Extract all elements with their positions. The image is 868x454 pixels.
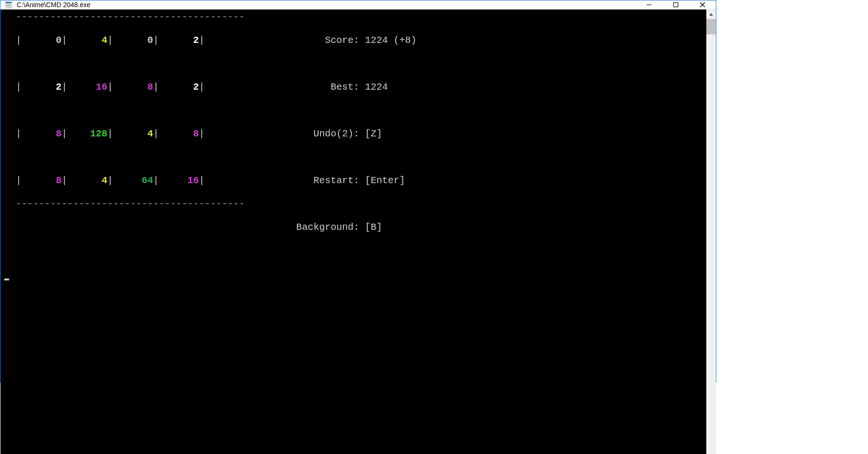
tile-1-2: 8 [113,82,153,93]
tile-2-1: 128 [67,128,107,140]
scrollbar[interactable] [706,10,716,454]
svg-rect-2 [6,4,11,8]
ascii-art-line: .q: k. .i: [428,105,706,116]
ascii-art-line: Fi ii7v8Z12807 EPY7J0@ [428,222,706,233]
tile-2-0: 8 [21,128,62,140]
app-icon [4,0,13,9]
ascii-art-line: 5: iYXuLrrruF0SSu1JUjuLuSqX [428,315,706,326]
tile-0-3: 2 [159,35,199,47]
background-label: Background: [256,222,359,233]
tile-2-2: 4 [113,128,153,140]
ascii-art-line: .u jj7LF. [428,385,706,396]
window-controls [636,0,716,9]
app-window: C:\Anime\CMD 2048.exe ------------------… [0,0,716,382]
tile-0-2: 0 [113,35,153,47]
client-area: ----------------------------------------… [0,10,716,454]
ascii-art-line: N: 21@B@q@. FM20@B@B :@ [428,198,706,209]
close-button[interactable] [689,0,716,9]
ascii-art-line: O :rL7vrr;i::,ivr:@ [428,362,706,373]
svg-marker-7 [709,13,713,16]
console-output[interactable]: ----------------------------------------… [0,10,706,454]
ascii-art-line: ru ui iZ1 U8 :u:v [428,245,706,256]
scroll-thumb[interactable] [706,19,716,34]
ascii-art-line: G. U@Z7:. ,vPB1LS :MMkuPM@. [428,152,706,163]
titlebar[interactable]: C:\Anime\CMD 2048.exe [0,0,716,10]
ascii-art-line: iu .B7uF1uvrJ: .YF7 [428,292,706,303]
ascii-art-line: i7 .:.rZ :r: [428,409,706,420]
tile-1-3: 2 [159,82,199,93]
tile-0-0: 0 [21,35,62,47]
restart-value: [Enter] [365,175,405,186]
titlebar-left: C:\Anime\CMD 2048.exe [0,0,91,9]
ascii-art-line: i7 :B,B0M:XBBk.:u7 [428,432,706,443]
scroll-up-button[interactable] [706,10,716,19]
tile-3-2: 64 [113,175,153,187]
window-title: C:\Anime\CMD 2048.exe [17,1,91,9]
tile-3-0: 8 [21,175,62,187]
score-label: Score: [256,35,359,46]
ascii-art-line: ,5i. .Y5i. :Ji [428,35,706,46]
tile-0-1: 4 [67,35,107,47]
tile-2-3: 8 [159,128,199,140]
ascii-art-line: .i:i:i:: :,::, [428,11,706,22]
board-divider: ---------------------------------------- [4,11,245,22]
maximize-button[interactable] [662,0,689,9]
tile-3-3: 16 [159,175,199,187]
ascii-art-line: N i7J7: ..:::::::.:vr [428,339,706,350]
undo-value: [Z] [365,128,382,139]
tile-3-1: 4 [67,175,107,187]
ascii-art-line: G. vuNuiB@BPBv rE@.FB@BB.vB [428,175,706,186]
undo-label: Undo(2): [256,128,359,139]
ascii-art-line: q :B@Z: :rii :. 8G [433,268,706,279]
svg-rect-1 [6,2,11,3]
best-label: Best: [256,82,359,93]
tile-1-1: 16 [67,82,107,93]
ascii-art-line: .Z. Y1k0EEGMOvrB :Sj5B2. [428,128,706,139]
background-value: [B] [365,222,382,233]
ascii-art-line: JU uP:. 7OZirrvr@7 [428,82,706,93]
cursor [4,279,9,280]
score-value: 1224 (+8) [365,35,416,46]
best-value: 1224 [365,82,388,93]
tile-1-0: 2 [21,82,62,93]
restart-label: Restart: [256,175,359,186]
minimize-button[interactable] [636,0,662,9]
svg-rect-4 [674,3,678,7]
ascii-art-line: iP. .vvYvrv@. .,. U7 [428,58,706,69]
board-divider: ---------------------------------------- [4,198,245,209]
